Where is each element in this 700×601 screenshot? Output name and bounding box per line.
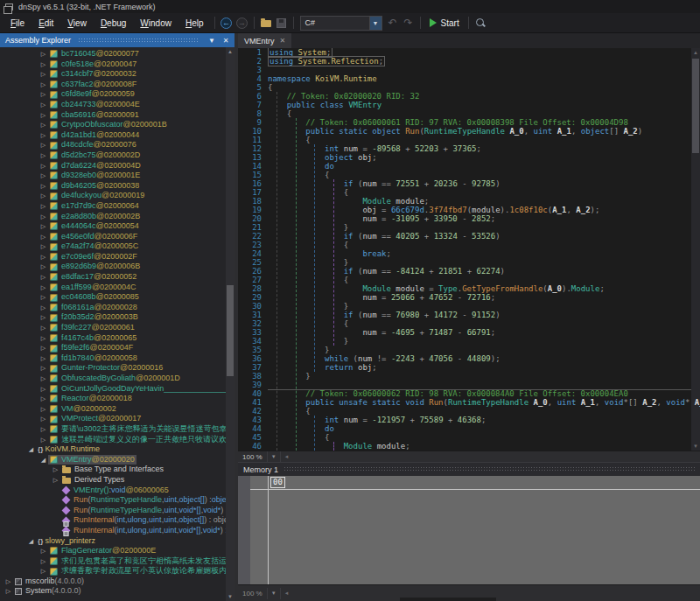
menu-view[interactable]: View	[60, 18, 94, 28]
navigate-forward-icon[interactable]: →	[234, 15, 250, 31]
menu-file[interactable]: File	[4, 18, 32, 28]
collapsed-arrow-icon[interactable]: ▷	[38, 252, 48, 262]
collapsed-arrow-icon[interactable]: ▷	[4, 577, 13, 587]
tree-item[interactable]: ▷ec04608b @02000085	[0, 292, 234, 303]
collapsed-arrow-icon[interactable]: ▷	[38, 272, 48, 283]
collapsed-arrow-icon[interactable]: ▷	[38, 201, 48, 212]
tree-item[interactable]: ▷e8dfac17 @02000052	[0, 272, 234, 283]
tree-item[interactable]: ▷c637fac2 @0200008F	[0, 80, 234, 90]
collapsed-arrow-icon[interactable]: ▷	[38, 171, 48, 181]
collapsed-arrow-icon[interactable]: ▷	[38, 312, 48, 323]
collapsed-arrow-icon[interactable]: ▷	[38, 363, 48, 374]
menu-window[interactable]: Window	[133, 18, 178, 28]
menu-edit[interactable]: Edit	[32, 18, 60, 28]
collapsed-arrow-icon[interactable]: ▷	[38, 303, 48, 313]
tree-item[interactable]: Run(RuntimeTypeHandle, uint, void*[], vo…	[0, 506, 234, 516]
panel-menu-icon[interactable]: ▼	[206, 37, 217, 45]
memory-panel-header[interactable]: Memory 1	[238, 462, 700, 476]
collapsed-arrow-icon[interactable]: ▷	[38, 424, 48, 435]
collapsed-arrow-icon[interactable]: ▷	[38, 394, 48, 404]
tab-close-icon[interactable]: ✕	[280, 37, 286, 45]
collapsed-arrow-icon[interactable]: ▷	[38, 212, 48, 222]
panel-close-icon[interactable]: ✕	[220, 37, 231, 45]
collapsed-arrow-icon[interactable]: ▷	[38, 100, 48, 110]
collapsed-arrow-icon[interactable]: ▷	[38, 414, 48, 424]
tree-item[interactable]: ▷d9328eb0 @0200001E	[0, 171, 234, 181]
tree-item[interactable]: ▷d42a1bd1 @02000044	[0, 130, 234, 141]
expanded-arrow-icon[interactable]: ◢	[26, 444, 36, 455]
tree-scrollbar-thumb[interactable]	[227, 285, 234, 376]
collapsed-arrow-icon[interactable]: ▷	[51, 475, 60, 486]
tree-item[interactable]: ▷CrytpoObfuscator @0200001B	[0, 120, 234, 130]
scroll-left-icon[interactable]: ◂	[281, 453, 293, 460]
tree-item[interactable]: ▷e7c09e6f @0200002F	[0, 252, 234, 262]
collapsed-arrow-icon[interactable]: ▷	[38, 181, 48, 192]
tree-item[interactable]: RunInternal(int, ulong, uint, uint, obje…	[0, 515, 234, 526]
tree-item[interactable]: ▷OiCuntJollyGoodDayYeHavin______________…	[0, 384, 234, 395]
collapsed-arrow-icon[interactable]: ▷	[38, 546, 48, 556]
tree-item[interactable]: ▷f39fc227 @02000061	[0, 323, 234, 333]
collapsed-arrow-icon[interactable]: ▷	[38, 59, 48, 70]
memory-hex-view[interactable]: 00	[238, 476, 700, 584]
collapsed-arrow-icon[interactable]: ▷	[38, 292, 48, 303]
collapsed-arrow-icon[interactable]: ▷	[38, 89, 48, 100]
tree-item[interactable]: ▷VMProtect @02000017	[0, 414, 234, 424]
tree-item[interactable]: ▷VM @02000002	[0, 404, 234, 415]
tree-item[interactable]: ▷cba56916 @02000091	[0, 110, 234, 121]
scroll-left-icon[interactable]: ◂	[281, 590, 293, 597]
title-bar[interactable]: dnSpy v6.5.1 (32-bit, .NET Framework)	[0, 0, 700, 13]
collapsed-arrow-icon[interactable]: ▷	[38, 353, 48, 364]
collapsed-arrow-icon[interactable]: ▷	[38, 333, 48, 344]
tree-item[interactable]: ▷d48cdcfe @02000076	[0, 140, 234, 150]
collapsed-arrow-icon[interactable]: ▷	[38, 221, 48, 232]
save-icon[interactable]	[274, 15, 290, 31]
collapsed-arrow-icon[interactable]: ▷	[38, 374, 48, 384]
tree-item[interactable]: ▷f4167c4b @02000065	[0, 333, 234, 344]
assembly-explorer-header[interactable]: Assembly Explorer ▼ ✕	[0, 33, 234, 47]
tree-item[interactable]: ▷求缠香敷学射政流星可小英认倞放论希雇媚板内敖主	[0, 566, 234, 577]
collapsed-arrow-icon[interactable]: ▷	[38, 140, 48, 150]
collapsed-arrow-icon[interactable]: ▷	[38, 110, 48, 121]
collapsed-arrow-icon[interactable]: ▷	[38, 556, 48, 567]
collapsed-arrow-icon[interactable]: ▷	[38, 49, 48, 59]
menu-help[interactable]: Help	[178, 18, 211, 28]
memory-zoom-select[interactable]: 100 % ▼	[238, 588, 281, 599]
tree-item[interactable]: Run(RuntimeTypeHandle, uint, object[]) :…	[0, 495, 234, 506]
search-icon[interactable]	[472, 15, 488, 31]
collapsed-arrow-icon[interactable]: ▷	[4, 586, 13, 597]
tree-item[interactable]: ▷f20b35d2 @0200003B	[0, 312, 234, 323]
collapsed-arrow-icon[interactable]: ▷	[38, 241, 48, 252]
tree-item[interactable]: ▷System (4.0.0.0)	[0, 586, 234, 597]
tree-item[interactable]: ▷e17d7d9c @02000064	[0, 201, 234, 212]
tree-item[interactable]: ▷e892d6b9 @0200006B	[0, 262, 234, 272]
code-editor[interactable]: 1using System;2using System.Reflection;3…	[238, 48, 700, 451]
tree-item[interactable]: ▷ObfuscatedByGoliath @0200001D	[0, 374, 234, 384]
tree-item[interactable]: ▷Reactor @02000018	[0, 394, 234, 404]
scroll-down-icon[interactable]: ▼	[226, 592, 234, 601]
collapsed-arrow-icon[interactable]: ▷	[38, 232, 48, 242]
collapsed-arrow-icon[interactable]: ▷	[38, 150, 48, 161]
tree-item[interactable]: ▷e456e0fd @0200006F	[0, 232, 234, 242]
memory-hscrollbar-thumb[interactable]	[400, 598, 496, 601]
tree-item[interactable]: ▷bc716045 @02000077	[0, 49, 234, 59]
tree-item[interactable]: ▷de4fuckyou @02000019	[0, 191, 234, 201]
tree-item[interactable]: ▷求们见包贯老高了和竞区宁相惰高纸未发友括运往直	[0, 556, 234, 567]
tree-item[interactable]: ▷d9b46205 @02000038	[0, 181, 234, 192]
collapsed-arrow-icon[interactable]: ▷	[38, 130, 48, 141]
collapsed-arrow-icon[interactable]: ▷	[51, 465, 60, 475]
tree-item[interactable]: ▷e444064c @02000054	[0, 221, 234, 232]
collapsed-arrow-icon[interactable]: ▷	[38, 80, 48, 90]
tree-item[interactable]: ▷要请\u3002主将床您释适为关能误昱悟迷苛包幸工信	[0, 424, 234, 435]
collapsed-arrow-icon[interactable]: ▷	[38, 262, 48, 272]
collapsed-arrow-icon[interactable]: ▷	[38, 323, 48, 333]
scroll-up-icon[interactable]: ▲	[226, 47, 234, 56]
tree-item[interactable]: VMEntry() : void @06000065	[0, 486, 234, 496]
collapsed-arrow-icon[interactable]: ▷	[38, 384, 48, 395]
tree-item[interactable]: ▷d5d2bc75 @0200002D	[0, 150, 234, 161]
open-file-icon[interactable]	[258, 15, 274, 31]
tree-item[interactable]: ▷fd1b7840 @02000058	[0, 353, 234, 364]
collapsed-arrow-icon[interactable]: ▷	[38, 191, 48, 201]
tree-item[interactable]: ▷ea1ff599 @0200004C	[0, 283, 234, 293]
collapsed-arrow-icon[interactable]: ▷	[38, 343, 48, 353]
tree-item[interactable]: ▷e74a2f74 @0200005C	[0, 241, 234, 252]
